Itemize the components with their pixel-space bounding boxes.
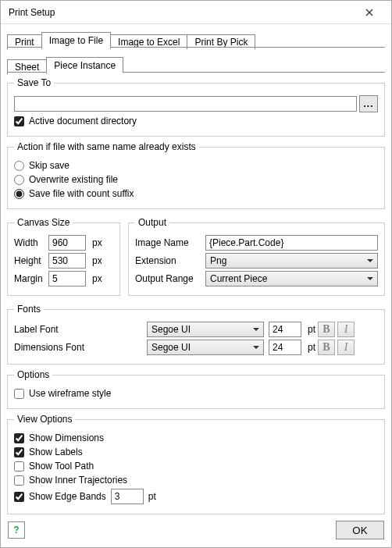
options-legend: Options — [14, 369, 52, 380]
show-labels-label: Show Labels — [29, 447, 83, 457]
browse-button[interactable]: ... — [359, 95, 378, 112]
dim-font-size[interactable] — [269, 340, 301, 355]
active-doc-dir-checkbox[interactable] — [14, 116, 24, 126]
extension-label: Extension — [135, 255, 205, 266]
view-options-legend: View Options — [14, 414, 75, 425]
label-font-select[interactable] — [147, 322, 264, 337]
label-font-unit: pt — [308, 324, 315, 335]
dim-font-label: Dimensions Font — [14, 342, 147, 353]
dim-font-italic-button[interactable]: I — [337, 340, 355, 355]
show-tool-path-label: Show Tool Path — [29, 461, 94, 471]
save-path-input[interactable] — [14, 96, 357, 112]
show-edge-bands-checkbox[interactable] — [14, 492, 24, 502]
radio-count-suffix[interactable] — [14, 189, 24, 199]
radio-overwrite-label: Overwrite existing file — [29, 174, 118, 185]
output-range-label: Output Range — [135, 273, 205, 284]
margin-input[interactable] — [48, 271, 86, 286]
edge-bands-value[interactable] — [111, 489, 144, 504]
radio-skip-save-label: Skip save — [29, 160, 69, 171]
conflict-legend: Action if file with same name already ex… — [14, 141, 199, 152]
sub-tabs: Sheet Piece Instance — [7, 54, 385, 73]
dim-font-unit: pt — [308, 342, 315, 353]
extension-select[interactable] — [205, 253, 378, 269]
radio-count-suffix-label: Save file with count suffix — [29, 188, 134, 199]
main-tabs: Print Image to File Image to Excel Print… — [7, 29, 385, 48]
dialog-footer: ? OK — [0, 518, 392, 548]
close-button[interactable] — [354, 2, 385, 23]
titlebar: Print Setup — [1, 1, 391, 24]
image-name-label: Image Name — [135, 237, 205, 248]
height-input[interactable] — [48, 253, 86, 269]
show-dimensions-label: Show Dimensions — [29, 432, 104, 443]
label-font-label: Label Font — [14, 324, 147, 335]
show-labels-checkbox[interactable] — [14, 447, 24, 457]
save-to-group: Save To ... Active document directory — [7, 77, 385, 137]
conflict-group: Action if file with same name already ex… — [7, 141, 385, 209]
label-font-italic-button[interactable]: I — [337, 322, 355, 337]
output-range-select[interactable] — [205, 271, 378, 286]
output-group: Output Image Name Extension Output Range — [128, 217, 385, 296]
active-doc-dir-label: Active document directory — [29, 116, 137, 126]
edge-bands-unit: pt — [148, 491, 156, 502]
tab-image-to-file[interactable]: Image to File — [41, 32, 111, 48]
wireframe-label: Use wireframe style — [29, 388, 111, 399]
image-name-input[interactable] — [205, 235, 378, 251]
dim-font-bold-button[interactable]: B — [318, 340, 335, 355]
show-dimensions-checkbox[interactable] — [14, 433, 24, 443]
wireframe-checkbox[interactable] — [14, 389, 24, 399]
help-button[interactable]: ? — [8, 521, 25, 539]
ok-button[interactable]: OK — [336, 521, 384, 539]
margin-unit: px — [92, 273, 102, 284]
show-inner-traj-label: Show Inner Trajectories — [29, 475, 127, 486]
options-group: Options Use wireframe style — [7, 369, 385, 409]
canvas-size-group: Canvas Size Width px Height px Margin px — [7, 217, 120, 296]
margin-label: Margin — [14, 273, 48, 284]
radio-overwrite[interactable] — [14, 175, 24, 185]
fonts-legend: Fonts — [14, 304, 44, 315]
window-title: Print Setup — [9, 7, 55, 18]
width-label: Width — [14, 237, 48, 248]
height-unit: px — [92, 255, 102, 266]
dim-font-select[interactable] — [147, 340, 264, 355]
close-icon — [365, 9, 373, 16]
show-tool-path-checkbox[interactable] — [14, 461, 24, 471]
label-font-bold-button[interactable]: B — [318, 322, 335, 337]
output-legend: Output — [135, 217, 169, 228]
canvas-size-legend: Canvas Size — [14, 217, 73, 228]
label-font-size[interactable] — [269, 322, 301, 337]
width-unit: px — [92, 237, 102, 248]
subtab-piece-instance[interactable]: Piece Instance — [46, 57, 123, 73]
fonts-group: Fonts Label Font pt B I Dimensions Font … — [7, 304, 385, 365]
save-to-legend: Save To — [14, 77, 54, 88]
show-edge-bands-label: Show Edge Bands — [29, 491, 106, 502]
view-options-group: View Options Show Dimensions Show Labels… — [7, 414, 385, 514]
show-inner-traj-checkbox[interactable] — [14, 475, 24, 486]
height-label: Height — [14, 255, 48, 266]
radio-skip-save[interactable] — [14, 161, 24, 171]
width-input[interactable] — [48, 235, 86, 251]
